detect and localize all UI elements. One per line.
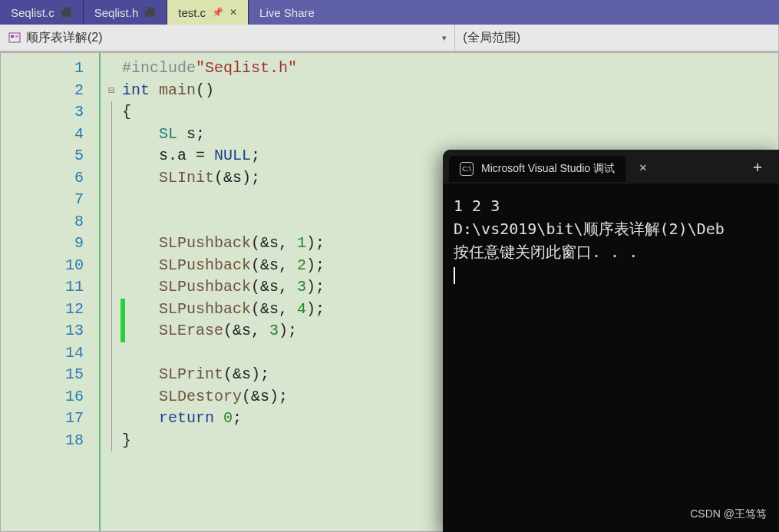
fold-indicator [101, 124, 122, 146]
line-number: 15 [1, 364, 99, 386]
code-content[interactable]: #include"Seqlist.h"int main(){ SL s; s.a… [122, 53, 325, 531]
code-line[interactable] [122, 211, 325, 233]
line-number: 14 [1, 342, 99, 365]
tab-seqlist-h[interactable]: Seqlist.h ⬛ [84, 0, 168, 25]
code-line[interactable]: SLPushback(&s, 2); [122, 255, 325, 277]
project-icon [8, 31, 21, 45]
terminal-line: 按任意键关闭此窗口. . . [454, 240, 768, 263]
code-line[interactable]: SLPushback(&s, 4); [122, 299, 325, 321]
close-icon[interactable]: ✕ [229, 7, 237, 18]
scope-label: (全局范围) [463, 30, 520, 46]
new-tab-button[interactable]: + [742, 157, 773, 176]
change-indicator [120, 320, 125, 342]
code-line[interactable]: SLPushback(&s, 1); [122, 233, 325, 255]
change-indicator [120, 299, 125, 321]
terminal-icon: C:\ [460, 162, 474, 176]
code-line[interactable]: int main() [122, 80, 325, 102]
line-number: 17 [1, 408, 99, 430]
code-line[interactable]: return 0; [122, 408, 325, 430]
code-line[interactable]: { [122, 101, 325, 124]
fold-indicator [101, 299, 122, 321]
terminal-line: 1 2 3 [454, 194, 768, 217]
chevron-down-icon: ▾ [442, 33, 447, 43]
fold-indicator [101, 408, 122, 430]
tab-label: Seqlist.c [11, 6, 54, 19]
tab-seqlist-c[interactable]: Seqlist.c ⬛ [0, 0, 84, 25]
line-number: 16 [1, 386, 99, 408]
code-line[interactable] [122, 342, 325, 365]
watermark: CSDN @王笃笃 [690, 507, 767, 521]
svg-rect-2 [15, 35, 18, 38]
code-line[interactable]: s.a = NULL; [122, 145, 325, 167]
line-number: 2 [1, 80, 99, 102]
fold-indicator[interactable]: ⊟ [101, 80, 122, 102]
pin-icon[interactable]: ⬛ [144, 7, 156, 18]
close-icon[interactable]: ✕ [633, 160, 653, 174]
line-number: 5 [1, 145, 99, 167]
fold-indicator [101, 58, 122, 80]
fold-indicator [101, 211, 122, 233]
fold-indicator [101, 189, 122, 211]
fold-indicator [101, 430, 122, 452]
scope-dropdown-global[interactable]: (全局范围) [455, 25, 779, 51]
line-number: 12 [1, 299, 99, 321]
scope-dropdown-project[interactable]: 顺序表详解(2) ▾ [0, 25, 455, 51]
line-number: 6 [1, 167, 99, 190]
tab-test-c[interactable]: test.c 📌 ✕ [167, 0, 249, 25]
pin-icon[interactable]: ⬛ [61, 7, 72, 18]
fold-indicator [101, 167, 122, 190]
fold-indicator [101, 145, 122, 167]
svg-rect-1 [11, 35, 14, 38]
editor-tab-bar: Seqlist.c ⬛ Seqlist.h ⬛ test.c 📌 ✕ Live … [0, 0, 779, 25]
code-line[interactable]: SLInit(&s); [122, 167, 325, 190]
code-line[interactable]: } [122, 430, 325, 452]
terminal-tab[interactable]: C:\ Microsoft Visual Studio 调试 [449, 156, 626, 182]
code-line[interactable]: SLPushback(&s, 3); [122, 276, 325, 299]
fold-indicator [101, 386, 122, 408]
code-line[interactable]: SLErase(&s, 3); [122, 320, 325, 342]
fold-indicator [101, 233, 122, 255]
code-line[interactable] [122, 189, 325, 211]
scope-label: 顺序表详解(2) [26, 30, 103, 46]
terminal-tab-title: Microsoft Visual Studio 调试 [481, 162, 615, 176]
pin-icon[interactable]: 📌 [212, 7, 223, 18]
tab-label: test.c [178, 6, 206, 19]
line-number: 3 [1, 101, 99, 124]
fold-indicator [101, 342, 122, 365]
line-number: 7 [1, 189, 99, 211]
line-number: 4 [1, 124, 99, 146]
terminal-titlebar[interactable]: C:\ Microsoft Visual Studio 调试 ✕ + [443, 150, 779, 183]
line-number: 1 [1, 58, 99, 80]
line-number: 18 [1, 430, 99, 452]
line-number: 11 [1, 276, 99, 299]
code-line[interactable]: SLDestory(&s); [122, 386, 325, 408]
cursor [454, 267, 455, 284]
code-line[interactable]: #include"Seqlist.h" [122, 58, 325, 80]
fold-indicator [101, 276, 122, 299]
terminal-line: D:\vs2019\bit\顺序表详解(2)\Deb [454, 217, 768, 240]
line-number: 8 [1, 211, 99, 233]
fold-indicator [101, 101, 122, 124]
line-number: 9 [1, 233, 99, 255]
tab-label: Seqlist.h [94, 6, 139, 19]
scope-nav-bar: 顺序表详解(2) ▾ (全局范围) [0, 25, 779, 52]
fold-indicator [101, 320, 122, 342]
tab-live-share[interactable]: Live Share [249, 0, 325, 25]
debug-console-window: C:\ Microsoft Visual Studio 调试 ✕ + 1 2 3… [443, 150, 779, 532]
fold-indicator [101, 255, 122, 277]
code-line[interactable]: SL s; [122, 124, 325, 146]
fold-column: ⊟ [101, 53, 122, 531]
line-number: 13 [1, 320, 99, 342]
line-number: 10 [1, 255, 99, 277]
tab-label: Live Share [259, 6, 315, 19]
fold-indicator [101, 364, 122, 386]
code-line[interactable]: SLPrint(&s); [122, 364, 325, 386]
terminal-output[interactable]: 1 2 3 D:\vs2019\bit\顺序表详解(2)\Deb 按任意键关闭此… [443, 183, 779, 297]
line-number-gutter: 123456789101112131415161718 [1, 53, 101, 531]
